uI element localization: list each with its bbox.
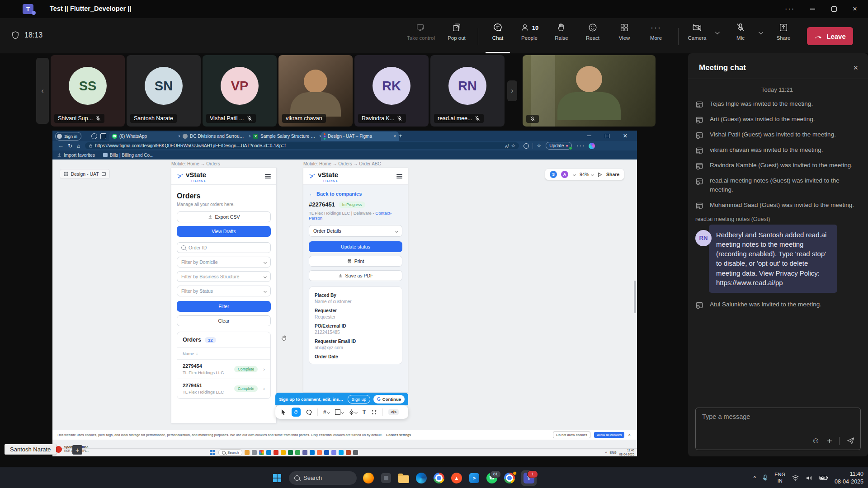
participant-tile-video[interactable]: vikram chavan [278, 55, 353, 127]
order-row[interactable]: 2279454TL Flex Holdings LLC Complete › [177, 360, 270, 379]
read-aloud-icon[interactable]: A) [505, 143, 509, 149]
shape-tool-icon[interactable] [335, 409, 344, 415]
react-button[interactable]: React [577, 23, 609, 51]
participant-tile[interactable]: SN Santosh Narate [127, 55, 201, 127]
close-button[interactable]: × [844, 0, 865, 18]
comment-tool-icon[interactable] [306, 409, 312, 415]
frame-label[interactable]: Mobile: Home → Orders → Order ABC [303, 161, 381, 166]
pop-out-button[interactable]: Pop out [441, 23, 472, 51]
filter-status-select[interactable]: Filter by Status [177, 286, 271, 296]
order-id-search-input[interactable]: Order ID [177, 242, 271, 253]
save-as-pdf-button[interactable]: Save as PDF [309, 270, 402, 281]
filter-domicile-select[interactable]: Filter by Domicile [177, 257, 271, 267]
participant-tile[interactable]: SS Shivani Sup... [51, 55, 125, 127]
cookies-settings-link[interactable]: Cookies settings [386, 433, 411, 437]
move-tool-icon[interactable] [281, 409, 286, 415]
firefox-icon[interactable] [363, 472, 374, 484]
hamburger-menu-icon[interactable] [265, 173, 271, 179]
hamburger-menu-icon[interactable] [396, 173, 402, 179]
workspaces-icon[interactable] [91, 133, 97, 141]
chat-message-input[interactable]: Type a message ☺ + [695, 408, 861, 450]
browser-maximize-button[interactable] [600, 131, 614, 141]
file-explorer-icon[interactable] [398, 472, 410, 484]
filter-business-structure-select[interactable]: Filter by Business Structure [177, 271, 271, 282]
app-icon-dark[interactable] [380, 472, 392, 484]
chrome-icon[interactable] [433, 472, 445, 484]
browser-signin-button[interactable]: Sign in [55, 132, 81, 141]
print-button[interactable]: Print [309, 256, 402, 267]
camera-button[interactable]: Camera [681, 23, 713, 51]
tray-mic-icon[interactable] [762, 474, 768, 482]
speaker-icon[interactable] [806, 475, 813, 481]
actions-tool-icon[interactable] [371, 409, 377, 415]
allow-cookies-button[interactable]: Allow all cookies [594, 432, 624, 438]
dev-mode-toggle[interactable]: </> [388, 409, 399, 415]
add-overlay-button[interactable]: + [72, 445, 82, 455]
present-play-icon[interactable] [598, 172, 602, 177]
update-status-button[interactable]: Update status [309, 241, 402, 252]
brave-icon[interactable]: ▲ [451, 472, 462, 484]
wifi-icon[interactable] [792, 475, 799, 481]
import-favorites-button[interactable]: Import favorites [57, 153, 95, 158]
filter-button[interactable]: Filter [177, 301, 271, 312]
new-tab-button[interactable]: + [399, 132, 402, 139]
collaborator-avatar[interactable]: A [561, 171, 568, 178]
figma-canvas[interactable]: Design - UAT S A 94% Share Mobile: Home … [52, 160, 637, 448]
more-button[interactable]: ··· More [640, 23, 672, 51]
cookie-close-icon[interactable]: × [628, 432, 631, 437]
collaborator-avatar[interactable]: S [550, 171, 557, 178]
tab-whatsapp[interactable]: ☎ (6) WhatsApp × [109, 131, 184, 141]
url-field[interactable]: https://www.figma.com/design/9BKQ0FOHRWa… [85, 142, 519, 149]
figma-share-button[interactable]: Share [606, 172, 619, 177]
whatsapp-icon[interactable]: ☎ 81 [486, 472, 498, 484]
vscode-icon[interactable]: > [468, 472, 480, 484]
chat-close-icon[interactable]: × [853, 64, 858, 72]
order-details-select[interactable]: Order Details [309, 225, 402, 237]
titlebar-more-button[interactable]: ··· [779, 0, 800, 18]
taskbar-search-box[interactable]: Search [289, 471, 357, 485]
attach-plus-icon[interactable]: + [827, 436, 832, 446]
page-scrollbar[interactable] [634, 281, 636, 313]
pen-tool-icon[interactable] [349, 409, 357, 415]
chrome-profile-icon[interactable] [504, 472, 515, 484]
mobile-frame-order-detail[interactable]: vStateFILINGS ← Back to companies #22764… [303, 168, 408, 393]
maximize-button[interactable] [824, 0, 844, 18]
view-button[interactable]: View [609, 23, 640, 51]
take-control-button[interactable]: Take control [405, 23, 437, 51]
extensions-icon[interactable] [524, 143, 529, 149]
signup-button[interactable]: Sign up [348, 395, 370, 404]
zoom-level-dropdown[interactable]: 94% [580, 172, 594, 177]
deny-cookies-button[interactable]: Do not allow cookies [553, 432, 590, 438]
mobile-frame-orders[interactable]: vStateFILINGS Orders Manage all your ord… [171, 168, 277, 423]
copilot-icon[interactable] [589, 143, 595, 149]
edge-icon[interactable] [415, 472, 427, 484]
teams-taskbar-active[interactable]: T 1 [521, 470, 537, 486]
camera-options-chevron[interactable] [715, 28, 718, 36]
order-row[interactable]: 2279451TL Flex Holdings LLC Complete › [177, 379, 270, 399]
taskbar-clock[interactable]: 11:4008-04-2025 [835, 470, 863, 485]
battery-icon[interactable] [819, 475, 828, 480]
view-drafts-button[interactable]: View Drafts [177, 226, 271, 237]
chat-button[interactable]: Chat [482, 23, 514, 51]
browser-update-button[interactable]: Update ♥ [546, 142, 572, 150]
hand-tool-icon[interactable] [292, 408, 301, 417]
tab-figma-active[interactable]: Design - UAT – Figma × [321, 131, 399, 141]
leave-button[interactable]: Leave [807, 27, 853, 45]
google-continue-button[interactable]: G Continue [373, 395, 405, 404]
bookmark-bills-folder[interactable]: Bills | Billing and Co... [103, 153, 154, 158]
emoji-icon[interactable]: ☺ [811, 436, 820, 446]
send-icon[interactable] [846, 436, 855, 445]
back-icon[interactable]: ← [58, 142, 64, 149]
minimize-button[interactable] [802, 0, 823, 18]
collaborators-chevron[interactable] [573, 173, 576, 176]
start-button[interactable] [271, 472, 283, 484]
frame-label[interactable]: Mobile: Home → Orders [171, 161, 220, 166]
text-tool-icon[interactable]: T [363, 409, 366, 415]
participant-tile[interactable]: RN read.ai mee... [430, 55, 505, 127]
vertical-tabs-icon[interactable] [100, 133, 106, 141]
people-button[interactable]: 10 People [511, 23, 547, 51]
tab-dc-divisions[interactable]: DC Divisions and Surroundings × [180, 131, 254, 141]
figma-file-pill[interactable]: Design - UAT [60, 169, 110, 179]
participant-tile[interactable]: RK Ravindra K... [354, 55, 429, 127]
share-button[interactable]: Share [768, 23, 799, 51]
